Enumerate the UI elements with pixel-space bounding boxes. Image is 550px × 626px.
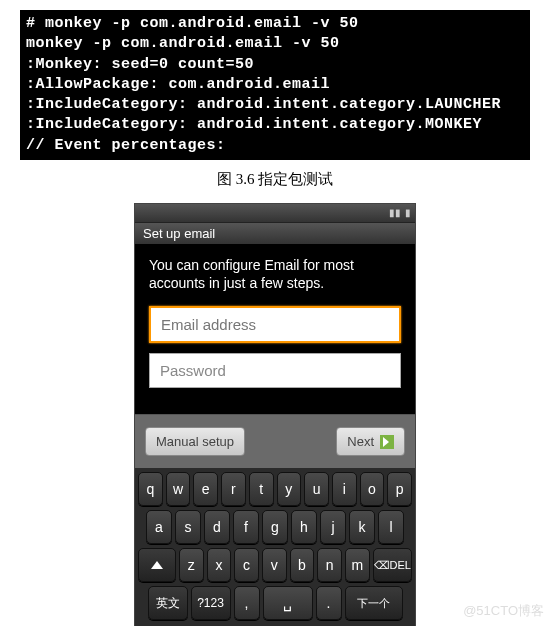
manual-setup-button[interactable]: Manual setup: [145, 427, 245, 456]
key-c[interactable]: c: [234, 548, 259, 582]
key-y[interactable]: y: [277, 472, 302, 506]
key-next[interactable]: 下一个: [345, 586, 403, 620]
key-delete[interactable]: ⌫DEL: [373, 548, 412, 582]
key-comma[interactable]: ,: [234, 586, 260, 620]
key-q[interactable]: q: [138, 472, 163, 506]
key-u[interactable]: u: [304, 472, 329, 506]
key-i[interactable]: i: [332, 472, 357, 506]
manual-setup-label: Manual setup: [156, 434, 234, 449]
shift-icon: [151, 561, 163, 569]
key-row-2: a s d f g h j k l: [138, 510, 412, 544]
key-s[interactable]: s: [175, 510, 201, 544]
signal-icon: ▮▮: [389, 207, 401, 218]
key-j[interactable]: j: [320, 510, 346, 544]
button-bar: Manual setup Next: [135, 414, 415, 468]
key-dot[interactable]: .: [316, 586, 342, 620]
key-h[interactable]: h: [291, 510, 317, 544]
password-field[interactable]: Password: [149, 353, 401, 388]
key-w[interactable]: w: [166, 472, 191, 506]
watermark: @51CTO博客: [463, 602, 544, 620]
key-shift[interactable]: [138, 548, 176, 582]
battery-icon: ▮: [405, 207, 411, 218]
key-v[interactable]: v: [262, 548, 287, 582]
email-field[interactable]: Email address: [149, 306, 401, 343]
key-p[interactable]: p: [387, 472, 412, 506]
status-bar: ▮▮ ▮: [135, 204, 415, 222]
key-row-4: 英文 ?123 , ␣ . 下一个: [138, 586, 412, 620]
next-arrow-icon: [380, 435, 394, 449]
key-r[interactable]: r: [221, 472, 246, 506]
next-button[interactable]: Next: [336, 427, 405, 456]
key-x[interactable]: x: [207, 548, 232, 582]
key-space[interactable]: ␣: [263, 586, 313, 620]
key-g[interactable]: g: [262, 510, 288, 544]
key-e[interactable]: e: [193, 472, 218, 506]
phone-screenshot: ▮▮ ▮ Set up email You can configure Emai…: [134, 203, 416, 626]
key-d[interactable]: d: [204, 510, 230, 544]
del-label: DEL: [390, 559, 411, 571]
key-z[interactable]: z: [179, 548, 204, 582]
figure-caption-1: 图 3.6 指定包测试: [20, 170, 530, 189]
key-o[interactable]: o: [360, 472, 385, 506]
key-row-1: q w e r t y u i o p: [138, 472, 412, 506]
key-k[interactable]: k: [349, 510, 375, 544]
soft-keyboard: q w e r t y u i o p a s d f g h j k l: [135, 468, 415, 626]
key-b[interactable]: b: [290, 548, 315, 582]
key-f[interactable]: f: [233, 510, 259, 544]
key-symbols[interactable]: ?123: [191, 586, 231, 620]
window-title: Set up email: [135, 222, 415, 244]
instruction-text: You can configure Email for most account…: [149, 256, 401, 292]
key-lang[interactable]: 英文: [148, 586, 188, 620]
key-m[interactable]: m: [345, 548, 370, 582]
key-row-3: z x c v b n m ⌫DEL: [138, 548, 412, 582]
terminal-output: # monkey -p com.android.email -v 50 monk…: [20, 10, 530, 160]
next-label: Next: [347, 434, 374, 449]
key-t[interactable]: t: [249, 472, 274, 506]
key-a[interactable]: a: [146, 510, 172, 544]
key-n[interactable]: n: [317, 548, 342, 582]
key-l[interactable]: l: [378, 510, 404, 544]
